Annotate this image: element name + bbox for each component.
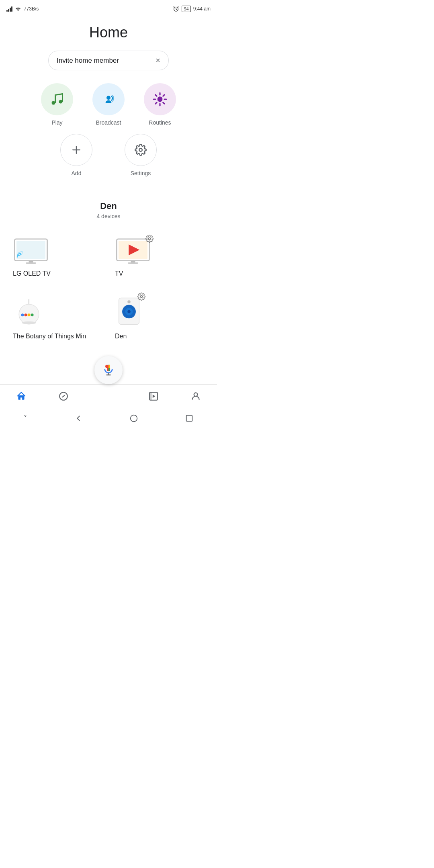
home-mini-icon — [13, 295, 45, 327]
broadcast-icon — [100, 91, 117, 107]
device-lg-oled-tv[interactable]: LG OLED TV — [6, 229, 108, 287]
status-bar: 773B/s 94 9:44 am — [0, 0, 217, 16]
section-title: Den — [0, 201, 217, 211]
svg-rect-40 — [149, 392, 151, 400]
signal-icon — [6, 6, 12, 12]
close-icon[interactable]: × — [151, 56, 160, 65]
svg-point-41 — [194, 393, 198, 396]
alarm-icon — [173, 6, 179, 12]
tv-gear-icon — [145, 235, 154, 243]
svg-point-28 — [127, 310, 131, 313]
svg-point-24 — [141, 296, 143, 298]
svg-point-3 — [59, 100, 63, 104]
botany-name: The Botany of Things Min — [13, 333, 86, 340]
home-nav-icon — [16, 391, 27, 401]
svg-rect-16 — [128, 262, 138, 264]
mic-container — [0, 356, 217, 384]
svg-rect-43 — [186, 416, 192, 422]
botany-icon-wrap — [13, 295, 45, 327]
system-home-btn[interactable] — [129, 414, 138, 423]
status-right: 94 9:44 am — [173, 6, 211, 12]
broadcast-circle — [92, 83, 125, 115]
svg-rect-15 — [131, 261, 135, 263]
nav-media[interactable] — [142, 389, 165, 403]
device-grid: LG OLED TV TV — [0, 229, 217, 350]
routines-action[interactable]: Routines — [144, 83, 176, 126]
play-action[interactable]: Play — [41, 83, 73, 126]
device-botany[interactable]: The Botany of Things Min — [6, 287, 108, 350]
routines-label: Routines — [149, 119, 171, 126]
svg-point-21 — [27, 313, 30, 316]
svg-point-2 — [52, 101, 55, 105]
routines-circle — [144, 83, 176, 115]
nav-profile[interactable] — [184, 389, 207, 403]
section-header: Den 4 devices — [0, 201, 217, 219]
svg-point-11 — [149, 238, 151, 240]
microphone-icon — [102, 364, 115, 377]
settings-label: Settings — [131, 170, 151, 176]
quick-actions-row1: Play Broadcast Routines — [0, 83, 217, 126]
settings-action[interactable]: Settings — [125, 134, 157, 176]
plus-icon — [70, 144, 82, 156]
invite-home-member-banner[interactable]: Invite home member × — [48, 51, 169, 70]
device-tv[interactable]: TV — [108, 229, 211, 287]
lg-oled-tv-name: LG OLED TV — [13, 270, 51, 277]
svg-rect-9 — [29, 261, 33, 263]
svg-point-42 — [131, 415, 137, 422]
svg-point-23 — [22, 321, 36, 324]
device-den[interactable]: Den — [108, 287, 211, 350]
media-nav-icon — [148, 391, 159, 401]
profile-nav-icon — [190, 391, 201, 401]
section-divider — [0, 191, 217, 191]
tv-name: TV — [115, 270, 123, 277]
svg-point-20 — [24, 313, 27, 316]
svg-point-0 — [18, 10, 19, 11]
invite-label: Invite home member — [57, 57, 119, 65]
bottom-nav — [0, 384, 217, 408]
svg-point-19 — [21, 313, 24, 316]
add-label: Add — [72, 170, 82, 176]
play-label: Play — [51, 119, 62, 126]
svg-point-22 — [31, 313, 33, 316]
section-subtitle: 4 devices — [0, 213, 217, 219]
system-recent-btn[interactable] — [185, 414, 194, 423]
status-left: 773B/s — [6, 6, 39, 12]
nav-discover[interactable] — [52, 389, 75, 403]
broadcast-action[interactable]: Broadcast — [92, 83, 125, 126]
nav-home[interactable] — [10, 389, 33, 403]
time: 9:44 am — [193, 6, 211, 12]
svg-point-29 — [127, 300, 131, 303]
svg-rect-33 — [108, 368, 110, 371]
nav-media-spacer — [94, 395, 123, 398]
system-back-btn[interactable] — [74, 414, 83, 423]
system-nav: ˅ — [0, 408, 217, 429]
svg-rect-8 — [16, 241, 45, 259]
svg-rect-10 — [26, 262, 36, 264]
add-circle — [60, 134, 92, 166]
lg-oled-tv-icon-wrap — [13, 237, 49, 264]
add-action[interactable]: Add — [60, 134, 92, 176]
svg-point-6 — [139, 148, 142, 151]
tv-cast-icon — [13, 237, 49, 264]
svg-rect-32 — [108, 365, 110, 368]
wifi-icon — [15, 6, 21, 12]
settings-circle — [125, 134, 157, 166]
svg-rect-31 — [107, 365, 108, 371]
brightness-icon — [152, 92, 168, 107]
svg-point-4 — [106, 96, 111, 100]
gear-icon — [135, 144, 147, 156]
play-circle — [41, 83, 73, 115]
den-gear-icon — [137, 293, 145, 301]
mic-button[interactable] — [94, 356, 123, 384]
network-speed: 773B/s — [24, 6, 39, 12]
den-name: Den — [115, 333, 127, 340]
tv-icon-wrap — [115, 237, 151, 264]
battery-indicator: 94 — [182, 6, 190, 12]
quick-actions-row2: Add Settings — [0, 134, 217, 176]
broadcast-label: Broadcast — [96, 119, 121, 126]
svg-marker-37 — [62, 395, 66, 398]
svg-marker-39 — [152, 395, 155, 398]
music-note-icon — [50, 92, 64, 106]
page-title: Home — [0, 24, 217, 41]
system-down-btn[interactable]: ˅ — [23, 414, 27, 423]
